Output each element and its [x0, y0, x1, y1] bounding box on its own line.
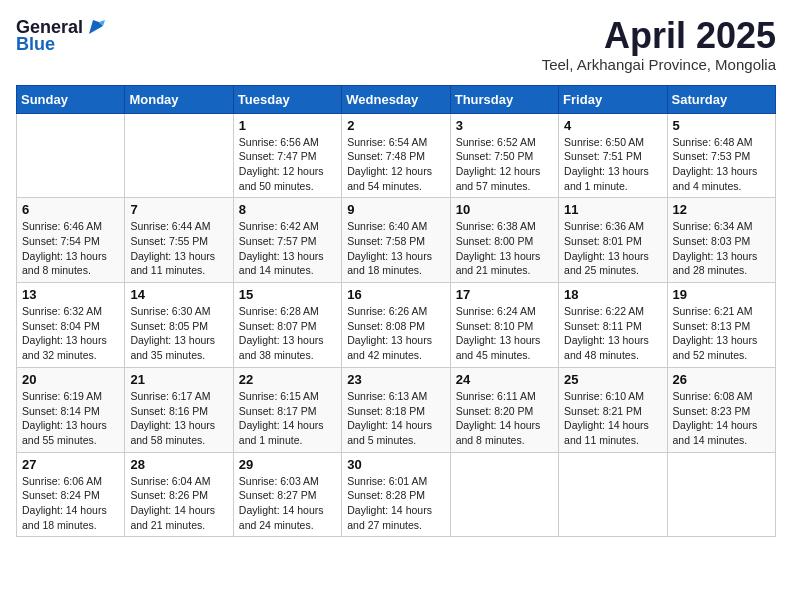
calendar-cell: 28Sunrise: 6:04 AM Sunset: 8:26 PM Dayli… [125, 452, 233, 537]
day-number: 3 [456, 118, 553, 133]
calendar-cell: 8Sunrise: 6:42 AM Sunset: 7:57 PM Daylig… [233, 198, 341, 283]
day-number: 30 [347, 457, 444, 472]
calendar-cell: 16Sunrise: 6:26 AM Sunset: 8:08 PM Dayli… [342, 283, 450, 368]
calendar-cell: 1Sunrise: 6:56 AM Sunset: 7:47 PM Daylig… [233, 113, 341, 198]
calendar-cell: 18Sunrise: 6:22 AM Sunset: 8:11 PM Dayli… [559, 283, 667, 368]
day-info: Sunrise: 6:48 AM Sunset: 7:53 PM Dayligh… [673, 135, 770, 194]
day-number: 27 [22, 457, 119, 472]
day-number: 13 [22, 287, 119, 302]
header-cell-tuesday: Tuesday [233, 85, 341, 113]
calendar-cell: 21Sunrise: 6:17 AM Sunset: 8:16 PM Dayli… [125, 367, 233, 452]
calendar-cell: 2Sunrise: 6:54 AM Sunset: 7:48 PM Daylig… [342, 113, 450, 198]
week-row: 27Sunrise: 6:06 AM Sunset: 8:24 PM Dayli… [17, 452, 776, 537]
calendar-cell: 11Sunrise: 6:36 AM Sunset: 8:01 PM Dayli… [559, 198, 667, 283]
calendar-cell: 9Sunrise: 6:40 AM Sunset: 7:58 PM Daylig… [342, 198, 450, 283]
day-info: Sunrise: 6:50 AM Sunset: 7:51 PM Dayligh… [564, 135, 661, 194]
day-info: Sunrise: 6:15 AM Sunset: 8:17 PM Dayligh… [239, 389, 336, 448]
day-number: 20 [22, 372, 119, 387]
day-number: 4 [564, 118, 661, 133]
day-info: Sunrise: 6:38 AM Sunset: 8:00 PM Dayligh… [456, 219, 553, 278]
calendar-cell: 24Sunrise: 6:11 AM Sunset: 8:20 PM Dayli… [450, 367, 558, 452]
week-row: 6Sunrise: 6:46 AM Sunset: 7:54 PM Daylig… [17, 198, 776, 283]
calendar-cell: 25Sunrise: 6:10 AM Sunset: 8:21 PM Dayli… [559, 367, 667, 452]
day-number: 12 [673, 202, 770, 217]
calendar-cell: 22Sunrise: 6:15 AM Sunset: 8:17 PM Dayli… [233, 367, 341, 452]
day-number: 19 [673, 287, 770, 302]
day-number: 22 [239, 372, 336, 387]
day-number: 29 [239, 457, 336, 472]
day-info: Sunrise: 6:36 AM Sunset: 8:01 PM Dayligh… [564, 219, 661, 278]
calendar-cell: 3Sunrise: 6:52 AM Sunset: 7:50 PM Daylig… [450, 113, 558, 198]
day-number: 1 [239, 118, 336, 133]
day-info: Sunrise: 6:54 AM Sunset: 7:48 PM Dayligh… [347, 135, 444, 194]
header-row: SundayMondayTuesdayWednesdayThursdayFrid… [17, 85, 776, 113]
calendar-cell [667, 452, 775, 537]
day-number: 16 [347, 287, 444, 302]
header-cell-friday: Friday [559, 85, 667, 113]
day-info: Sunrise: 6:01 AM Sunset: 8:28 PM Dayligh… [347, 474, 444, 533]
day-info: Sunrise: 6:32 AM Sunset: 8:04 PM Dayligh… [22, 304, 119, 363]
day-number: 7 [130, 202, 227, 217]
day-number: 24 [456, 372, 553, 387]
month-title: April 2025 [542, 16, 776, 56]
day-info: Sunrise: 6:46 AM Sunset: 7:54 PM Dayligh… [22, 219, 119, 278]
day-number: 8 [239, 202, 336, 217]
day-number: 2 [347, 118, 444, 133]
header-cell-monday: Monday [125, 85, 233, 113]
day-info: Sunrise: 6:03 AM Sunset: 8:27 PM Dayligh… [239, 474, 336, 533]
title-block: April 2025 Teel, Arkhangai Province, Mon… [542, 16, 776, 73]
day-number: 17 [456, 287, 553, 302]
day-number: 11 [564, 202, 661, 217]
calendar-cell: 26Sunrise: 6:08 AM Sunset: 8:23 PM Dayli… [667, 367, 775, 452]
calendar-cell: 6Sunrise: 6:46 AM Sunset: 7:54 PM Daylig… [17, 198, 125, 283]
day-number: 6 [22, 202, 119, 217]
calendar-cell: 29Sunrise: 6:03 AM Sunset: 8:27 PM Dayli… [233, 452, 341, 537]
week-row: 13Sunrise: 6:32 AM Sunset: 8:04 PM Dayli… [17, 283, 776, 368]
day-info: Sunrise: 6:11 AM Sunset: 8:20 PM Dayligh… [456, 389, 553, 448]
day-info: Sunrise: 6:10 AM Sunset: 8:21 PM Dayligh… [564, 389, 661, 448]
day-info: Sunrise: 6:40 AM Sunset: 7:58 PM Dayligh… [347, 219, 444, 278]
day-info: Sunrise: 6:26 AM Sunset: 8:08 PM Dayligh… [347, 304, 444, 363]
header: General Blue April 2025 Teel, Arkhangai … [16, 16, 776, 73]
calendar-cell: 27Sunrise: 6:06 AM Sunset: 8:24 PM Dayli… [17, 452, 125, 537]
calendar-cell: 5Sunrise: 6:48 AM Sunset: 7:53 PM Daylig… [667, 113, 775, 198]
day-info: Sunrise: 6:24 AM Sunset: 8:10 PM Dayligh… [456, 304, 553, 363]
day-info: Sunrise: 6:34 AM Sunset: 8:03 PM Dayligh… [673, 219, 770, 278]
day-info: Sunrise: 6:52 AM Sunset: 7:50 PM Dayligh… [456, 135, 553, 194]
header-cell-wednesday: Wednesday [342, 85, 450, 113]
day-info: Sunrise: 6:22 AM Sunset: 8:11 PM Dayligh… [564, 304, 661, 363]
day-number: 18 [564, 287, 661, 302]
calendar-cell [450, 452, 558, 537]
location-title: Teel, Arkhangai Province, Mongolia [542, 56, 776, 73]
day-info: Sunrise: 6:17 AM Sunset: 8:16 PM Dayligh… [130, 389, 227, 448]
day-info: Sunrise: 6:28 AM Sunset: 8:07 PM Dayligh… [239, 304, 336, 363]
day-info: Sunrise: 6:08 AM Sunset: 8:23 PM Dayligh… [673, 389, 770, 448]
calendar-cell: 30Sunrise: 6:01 AM Sunset: 8:28 PM Dayli… [342, 452, 450, 537]
day-number: 23 [347, 372, 444, 387]
day-number: 15 [239, 287, 336, 302]
week-row: 1Sunrise: 6:56 AM Sunset: 7:47 PM Daylig… [17, 113, 776, 198]
day-info: Sunrise: 6:30 AM Sunset: 8:05 PM Dayligh… [130, 304, 227, 363]
day-number: 28 [130, 457, 227, 472]
day-info: Sunrise: 6:21 AM Sunset: 8:13 PM Dayligh… [673, 304, 770, 363]
logo-icon [85, 16, 107, 38]
day-info: Sunrise: 6:56 AM Sunset: 7:47 PM Dayligh… [239, 135, 336, 194]
calendar-cell: 13Sunrise: 6:32 AM Sunset: 8:04 PM Dayli… [17, 283, 125, 368]
calendar-cell: 15Sunrise: 6:28 AM Sunset: 8:07 PM Dayli… [233, 283, 341, 368]
header-cell-saturday: Saturday [667, 85, 775, 113]
calendar-cell: 17Sunrise: 6:24 AM Sunset: 8:10 PM Dayli… [450, 283, 558, 368]
day-number: 14 [130, 287, 227, 302]
header-cell-thursday: Thursday [450, 85, 558, 113]
calendar-cell: 7Sunrise: 6:44 AM Sunset: 7:55 PM Daylig… [125, 198, 233, 283]
calendar-cell [559, 452, 667, 537]
day-info: Sunrise: 6:44 AM Sunset: 7:55 PM Dayligh… [130, 219, 227, 278]
calendar-cell: 20Sunrise: 6:19 AM Sunset: 8:14 PM Dayli… [17, 367, 125, 452]
logo: General Blue [16, 16, 107, 55]
day-info: Sunrise: 6:42 AM Sunset: 7:57 PM Dayligh… [239, 219, 336, 278]
calendar-cell: 19Sunrise: 6:21 AM Sunset: 8:13 PM Dayli… [667, 283, 775, 368]
header-cell-sunday: Sunday [17, 85, 125, 113]
day-info: Sunrise: 6:19 AM Sunset: 8:14 PM Dayligh… [22, 389, 119, 448]
calendar-cell: 10Sunrise: 6:38 AM Sunset: 8:00 PM Dayli… [450, 198, 558, 283]
day-number: 25 [564, 372, 661, 387]
calendar-cell [125, 113, 233, 198]
